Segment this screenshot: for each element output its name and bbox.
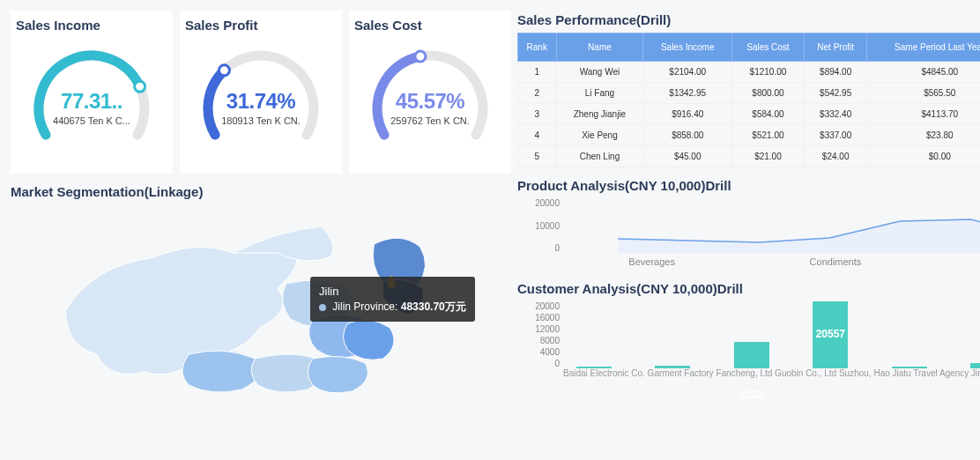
product-analysis-panel: Product Analysis(CNY 10,000)Drill 20000 … <box>517 176 980 271</box>
table-cell: Chen Ling <box>556 146 643 167</box>
table-cell: 2 <box>518 83 557 104</box>
table-cell: $800.00 <box>732 83 805 104</box>
table-cell: $21.00 <box>732 146 805 167</box>
svg-point-2 <box>415 51 426 62</box>
gauge-card-0[interactable]: Sales Income 77.31.. 440675 Ten K C... <box>11 11 173 174</box>
market-title: Market Segmentation(Linkage) <box>11 184 509 199</box>
gauge-subtitle: 180913 Ten K CN. <box>185 115 337 126</box>
table-cell: $337.00 <box>804 125 867 146</box>
table-header-cell[interactable]: Name <box>556 33 643 62</box>
table-cell: $24.00 <box>804 146 867 167</box>
table-cell: $584.00 <box>732 104 805 125</box>
map-tooltip: Jilin Jilin Province: 48330.70万元 <box>310 277 475 322</box>
gauge-value: 45.57% <box>354 89 506 114</box>
product-x-labels: Beverages Condiments Desserts <box>561 256 980 267</box>
svg-point-1 <box>219 65 229 76</box>
performance-table[interactable]: RankNameSales IncomeSales CostNet Profit… <box>517 33 980 167</box>
product-line-chart[interactable]: 20000 10000 0 Beverages Condiments Desse… <box>517 198 980 271</box>
map-container[interactable]: ✋ Jilin Jilin Province: 48330.70万元 <box>11 204 509 423</box>
gauge-card-2[interactable]: Sales Cost 45.57% 259762 Ten K CN. <box>349 11 511 174</box>
gauge-card-1[interactable]: Sales Profit 31.74% 180913 Ten K CN. <box>180 11 342 174</box>
table-cell: $23.80 <box>867 125 980 146</box>
table-cell: $858.00 <box>643 125 732 146</box>
table-cell: Zheng Jianjie <box>556 104 643 125</box>
sales-performance-panel: Sales Performance(Drill) RankNameSales I… <box>517 11 980 167</box>
tooltip-value: 48330.70万元 <box>401 300 466 313</box>
table-cell: $332.40 <box>804 104 867 125</box>
customer-x-labels: Baidai Electronic Co. Garment Factory Fa… <box>563 368 980 381</box>
customer-bars: 820220557 <box>517 301 980 368</box>
table-header-cell[interactable]: Sales Income <box>643 33 732 62</box>
product-title: Product Analysis(CNY 10,000)Drill <box>517 178 980 193</box>
gauge-value: 31.74% <box>185 89 337 114</box>
customer-analysis-panel: Customer Analysis(CNY 10,000)Drill 20000… <box>517 279 980 381</box>
product-y-axis: 20000 10000 0 <box>535 198 560 253</box>
bar-value-label: 20557 <box>816 328 845 368</box>
customer-bar-chart[interactable]: 20000 16000 12000 8000 4000 0 820220557 … <box>517 301 980 381</box>
table-row[interactable]: 2Li Fang$1342.95$800.00$542.95$565.50$77… <box>518 83 981 104</box>
gauge-title: Sales Cost <box>354 18 506 33</box>
bar <box>734 342 769 368</box>
table-cell: $1342.95 <box>643 83 732 104</box>
table-cell: $4113.70 <box>867 104 980 125</box>
tooltip-label: Jilin Province: <box>332 300 397 313</box>
performance-title: Sales Performance(Drill) <box>517 12 980 27</box>
bar-col[interactable]: 8202 <box>721 342 783 368</box>
table-cell: $894.00 <box>804 62 867 83</box>
market-segmentation-panel: Market Segmentation(Linkage) <box>11 184 509 423</box>
gauges-row: Sales Income 77.31.. 440675 Ten K C... S… <box>11 11 509 174</box>
tooltip-region-name: Jilin <box>319 284 466 300</box>
table-header-cell[interactable]: Net Profit <box>804 33 867 62</box>
gauge-subtitle: 259762 Ten K CN. <box>354 115 506 126</box>
table-header-row: RankNameSales IncomeSales CostNet Profit… <box>518 33 981 62</box>
table-cell: Wang Wei <box>556 62 643 83</box>
table-header-cell[interactable]: Sales Cost <box>732 33 805 62</box>
table-cell: $0.00 <box>867 146 980 167</box>
tooltip-dot-icon <box>319 304 326 311</box>
table-row[interactable]: 4Xie Peng$858.00$521.00$337.00$23.80$834… <box>518 125 981 146</box>
gauge-title: Sales Profit <box>185 18 337 33</box>
table-cell: Xie Peng <box>556 125 643 146</box>
table-cell: $565.50 <box>867 83 980 104</box>
table-header-cell[interactable]: Rank <box>518 33 557 62</box>
table-cell: $521.00 <box>732 125 805 146</box>
table-row[interactable]: 3Zheng Jianjie$916.40$584.00$332.40$4113… <box>518 104 981 125</box>
table-header-cell[interactable]: Same Period Last Year <box>867 33 980 62</box>
table-cell: 4 <box>518 125 557 146</box>
table-cell: 5 <box>518 146 557 167</box>
gauge-value: 77.31.. <box>16 89 167 114</box>
table-cell: $916.40 <box>643 104 732 125</box>
table-cell: $45.00 <box>643 146 732 167</box>
bar-col[interactable]: 20557 <box>800 301 862 368</box>
gauge-subtitle: 440675 Ten K C... <box>16 115 167 126</box>
customer-title: Customer Analysis(CNY 10,000)Drill <box>517 281 980 296</box>
table-cell: $4845.00 <box>867 62 980 83</box>
table-row[interactable]: 5Chen Ling$45.00$21.00$24.00$0.00$45.00 <box>518 146 981 167</box>
table-row[interactable]: 1Wang Wei$2104.00$1210.00$894.00$4845.00… <box>518 62 981 83</box>
table-cell: Li Fang <box>556 83 643 104</box>
table-cell: $2104.00 <box>643 62 732 83</box>
table-cell: 1 <box>518 62 557 83</box>
table-cell: 3 <box>518 104 557 125</box>
table-cell: $1210.00 <box>732 62 805 83</box>
table-cell: $542.95 <box>804 83 867 104</box>
gauge-title: Sales Income <box>16 18 167 33</box>
